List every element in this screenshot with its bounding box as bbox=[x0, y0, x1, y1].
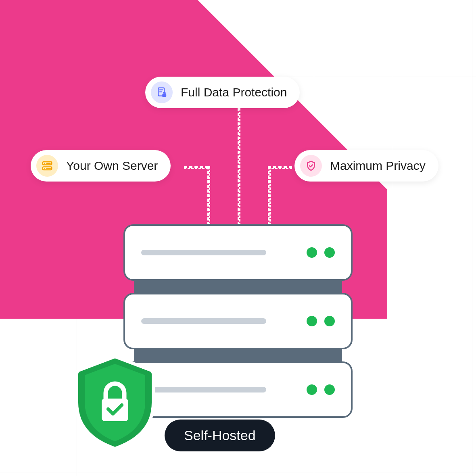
server-icon bbox=[36, 155, 58, 177]
feature-pill-label: Full Data Protection bbox=[181, 86, 287, 99]
server-status-leds bbox=[307, 247, 335, 258]
connector-line-left-h bbox=[184, 166, 208, 169]
server-unit bbox=[123, 224, 353, 281]
server-status-leds bbox=[307, 316, 335, 326]
security-shield-badge bbox=[73, 354, 157, 451]
self-hosted-label: Self-Hosted bbox=[165, 420, 275, 451]
feature-pill-data-protection: Full Data Protection bbox=[145, 77, 300, 108]
feature-pill-label: Maximum Privacy bbox=[330, 159, 426, 173]
status-led-icon bbox=[307, 384, 317, 395]
status-led-icon bbox=[324, 316, 335, 326]
server-unit bbox=[123, 361, 353, 418]
server-indicator-bar bbox=[141, 250, 266, 255]
feature-pill-own-server: Your Own Server bbox=[31, 150, 171, 182]
server-indicator-bar bbox=[141, 318, 266, 324]
server-connector bbox=[134, 281, 342, 293]
status-led-icon bbox=[307, 316, 317, 326]
svg-point-6 bbox=[44, 163, 46, 164]
svg-point-7 bbox=[44, 168, 46, 169]
diagram-canvas: Full Data Protection Your Own Server Max… bbox=[0, 0, 476, 476]
server-stack bbox=[123, 224, 353, 418]
connector-line-right-v bbox=[268, 166, 271, 225]
status-led-icon bbox=[324, 247, 335, 258]
server-indicator-bar bbox=[141, 387, 266, 392]
document-lock-icon bbox=[151, 81, 173, 103]
feature-pill-label: Your Own Server bbox=[66, 159, 158, 173]
status-led-icon bbox=[307, 247, 317, 258]
svg-rect-3 bbox=[162, 94, 166, 97]
shield-check-icon bbox=[300, 155, 322, 177]
feature-pill-max-privacy: Maximum Privacy bbox=[294, 150, 438, 182]
server-connector bbox=[134, 349, 342, 361]
server-status-leds bbox=[307, 384, 335, 395]
server-unit bbox=[123, 293, 353, 349]
connector-line-left-v bbox=[207, 166, 210, 225]
connector-line-center bbox=[238, 108, 240, 225]
connector-line-right-h bbox=[268, 166, 292, 169]
status-led-icon bbox=[324, 384, 335, 395]
self-hosted-label-text: Self-Hosted bbox=[184, 428, 256, 443]
